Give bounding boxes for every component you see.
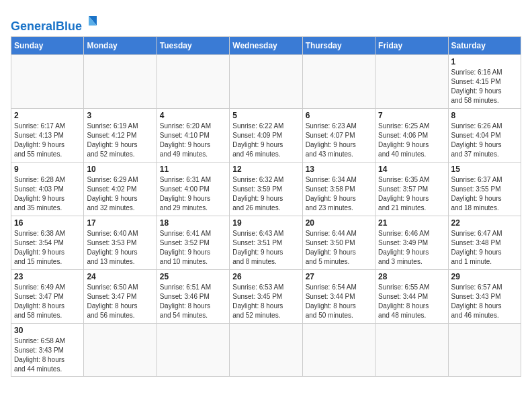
calendar-cell bbox=[302, 324, 375, 377]
day-info: Sunrise: 6:47 AM Sunset: 3:48 PM Dayligh… bbox=[451, 229, 518, 267]
calendar-cell bbox=[84, 324, 157, 377]
calendar-cell: 27Sunrise: 6:54 AM Sunset: 3:44 PM Dayli… bbox=[302, 270, 375, 324]
calendar-cell: 25Sunrise: 6:51 AM Sunset: 3:46 PM Dayli… bbox=[157, 270, 229, 324]
calendar-cell: 7Sunrise: 6:25 AM Sunset: 4:06 PM Daylig… bbox=[375, 109, 448, 163]
calendar-cell: 4Sunrise: 6:20 AM Sunset: 4:10 PM Daylig… bbox=[157, 109, 229, 163]
logo-icon bbox=[83, 13, 98, 28]
calendar-cell: 1Sunrise: 6:16 AM Sunset: 4:15 PM Daylig… bbox=[448, 55, 521, 109]
day-info: Sunrise: 6:19 AM Sunset: 4:12 PM Dayligh… bbox=[87, 122, 153, 159]
day-info: Sunrise: 6:38 AM Sunset: 3:54 PM Dayligh… bbox=[14, 229, 81, 267]
calendar-week-row: 30Sunrise: 6:58 AM Sunset: 3:43 PM Dayli… bbox=[11, 324, 521, 377]
day-number: 2 bbox=[14, 111, 81, 120]
day-info: Sunrise: 6:58 AM Sunset: 3:43 PM Dayligh… bbox=[14, 336, 81, 374]
calendar-header-row: SundayMondayTuesdayWednesdayThursdayFrid… bbox=[11, 37, 521, 55]
calendar-cell: 8Sunrise: 6:26 AM Sunset: 4:04 PM Daylig… bbox=[448, 109, 521, 163]
logo-text: GeneralBlue bbox=[11, 20, 82, 32]
day-info: Sunrise: 6:37 AM Sunset: 3:55 PM Dayligh… bbox=[451, 175, 518, 213]
day-info: Sunrise: 6:40 AM Sunset: 3:53 PM Dayligh… bbox=[87, 229, 153, 267]
day-number: 8 bbox=[451, 111, 518, 120]
day-header-tuesday: Tuesday bbox=[157, 37, 229, 55]
calendar-cell: 15Sunrise: 6:37 AM Sunset: 3:55 PM Dayli… bbox=[448, 163, 521, 216]
day-info: Sunrise: 6:22 AM Sunset: 4:09 PM Dayligh… bbox=[232, 122, 299, 159]
day-number: 15 bbox=[451, 165, 518, 174]
calendar-cell: 13Sunrise: 6:34 AM Sunset: 3:58 PM Dayli… bbox=[302, 163, 375, 216]
day-info: Sunrise: 6:16 AM Sunset: 4:15 PM Dayligh… bbox=[451, 68, 518, 105]
calendar-cell bbox=[157, 324, 229, 377]
day-number: 23 bbox=[14, 272, 81, 281]
day-number: 14 bbox=[378, 165, 445, 174]
day-info: Sunrise: 6:20 AM Sunset: 4:10 PM Dayligh… bbox=[160, 122, 226, 159]
logo: GeneralBlue bbox=[11, 11, 98, 32]
day-info: Sunrise: 6:29 AM Sunset: 4:02 PM Dayligh… bbox=[87, 175, 153, 213]
day-number: 13 bbox=[306, 165, 372, 174]
day-number: 22 bbox=[451, 218, 518, 228]
calendar-week-row: 1Sunrise: 6:16 AM Sunset: 4:15 PM Daylig… bbox=[11, 55, 521, 109]
day-info: Sunrise: 6:23 AM Sunset: 4:07 PM Dayligh… bbox=[306, 122, 372, 159]
logo-blue: Blue bbox=[56, 19, 82, 33]
day-number: 24 bbox=[87, 272, 153, 281]
day-number: 11 bbox=[160, 165, 226, 174]
calendar-week-row: 16Sunrise: 6:38 AM Sunset: 3:54 PM Dayli… bbox=[11, 216, 521, 270]
day-header-monday: Monday bbox=[84, 37, 157, 55]
day-info: Sunrise: 6:49 AM Sunset: 3:47 PM Dayligh… bbox=[14, 283, 81, 320]
day-number: 12 bbox=[232, 165, 299, 174]
day-info: Sunrise: 6:34 AM Sunset: 3:58 PM Dayligh… bbox=[306, 175, 372, 213]
calendar-cell: 21Sunrise: 6:46 AM Sunset: 3:49 PM Dayli… bbox=[375, 216, 448, 270]
day-number: 10 bbox=[87, 165, 153, 174]
day-number: 29 bbox=[451, 272, 518, 281]
day-info: Sunrise: 6:31 AM Sunset: 4:00 PM Dayligh… bbox=[160, 175, 226, 213]
calendar-cell: 24Sunrise: 6:50 AM Sunset: 3:47 PM Dayli… bbox=[84, 270, 157, 324]
day-info: Sunrise: 6:44 AM Sunset: 3:50 PM Dayligh… bbox=[306, 229, 372, 267]
day-info: Sunrise: 6:17 AM Sunset: 4:13 PM Dayligh… bbox=[14, 122, 81, 159]
calendar-week-row: 9Sunrise: 6:28 AM Sunset: 4:03 PM Daylig… bbox=[11, 163, 521, 216]
day-info: Sunrise: 6:50 AM Sunset: 3:47 PM Dayligh… bbox=[87, 283, 153, 320]
day-number: 30 bbox=[14, 326, 81, 335]
day-header-thursday: Thursday bbox=[302, 37, 375, 55]
calendar-cell: 28Sunrise: 6:55 AM Sunset: 3:44 PM Dayli… bbox=[375, 270, 448, 324]
day-info: Sunrise: 6:28 AM Sunset: 4:03 PM Dayligh… bbox=[14, 175, 81, 213]
day-number: 27 bbox=[306, 272, 372, 281]
day-number: 1 bbox=[451, 57, 518, 66]
day-info: Sunrise: 6:35 AM Sunset: 3:57 PM Dayligh… bbox=[378, 175, 445, 213]
logo-general: General bbox=[11, 19, 56, 33]
day-info: Sunrise: 6:46 AM Sunset: 3:49 PM Dayligh… bbox=[378, 229, 445, 267]
calendar-week-row: 23Sunrise: 6:49 AM Sunset: 3:47 PM Dayli… bbox=[11, 270, 521, 324]
calendar-cell: 10Sunrise: 6:29 AM Sunset: 4:02 PM Dayli… bbox=[84, 163, 157, 216]
calendar-cell: 3Sunrise: 6:19 AM Sunset: 4:12 PM Daylig… bbox=[84, 109, 157, 163]
day-number: 25 bbox=[160, 272, 226, 281]
day-info: Sunrise: 6:41 AM Sunset: 3:52 PM Dayligh… bbox=[160, 229, 226, 267]
calendar-cell bbox=[448, 324, 521, 377]
day-header-sunday: Sunday bbox=[11, 37, 84, 55]
day-info: Sunrise: 6:32 AM Sunset: 3:59 PM Dayligh… bbox=[232, 175, 299, 213]
calendar-cell bbox=[157, 55, 229, 109]
calendar-cell: 29Sunrise: 6:57 AM Sunset: 3:43 PM Dayli… bbox=[448, 270, 521, 324]
calendar-cell bbox=[84, 55, 157, 109]
calendar-cell: 6Sunrise: 6:23 AM Sunset: 4:07 PM Daylig… bbox=[302, 109, 375, 163]
day-number: 4 bbox=[160, 111, 226, 120]
day-info: Sunrise: 6:54 AM Sunset: 3:44 PM Dayligh… bbox=[306, 283, 372, 320]
day-info: Sunrise: 6:55 AM Sunset: 3:44 PM Dayligh… bbox=[378, 283, 445, 320]
day-number: 16 bbox=[14, 218, 81, 228]
calendar-cell: 2Sunrise: 6:17 AM Sunset: 4:13 PM Daylig… bbox=[11, 109, 84, 163]
calendar-cell: 16Sunrise: 6:38 AM Sunset: 3:54 PM Dayli… bbox=[11, 216, 84, 270]
calendar-cell: 19Sunrise: 6:43 AM Sunset: 3:51 PM Dayli… bbox=[230, 216, 302, 270]
calendar-cell: 20Sunrise: 6:44 AM Sunset: 3:50 PM Dayli… bbox=[302, 216, 375, 270]
calendar-cell: 14Sunrise: 6:35 AM Sunset: 3:57 PM Dayli… bbox=[375, 163, 448, 216]
calendar-cell bbox=[375, 324, 448, 377]
day-number: 9 bbox=[14, 165, 81, 174]
day-info: Sunrise: 6:51 AM Sunset: 3:46 PM Dayligh… bbox=[160, 283, 226, 320]
day-number: 20 bbox=[306, 218, 372, 228]
calendar-cell: 17Sunrise: 6:40 AM Sunset: 3:53 PM Dayli… bbox=[84, 216, 157, 270]
day-header-wednesday: Wednesday bbox=[230, 37, 302, 55]
calendar-table: SundayMondayTuesdayWednesdayThursdayFrid… bbox=[11, 36, 521, 377]
day-info: Sunrise: 6:25 AM Sunset: 4:06 PM Dayligh… bbox=[378, 122, 445, 159]
day-info: Sunrise: 6:43 AM Sunset: 3:51 PM Dayligh… bbox=[232, 229, 299, 267]
day-header-friday: Friday bbox=[375, 37, 448, 55]
calendar-cell: 26Sunrise: 6:53 AM Sunset: 3:45 PM Dayli… bbox=[230, 270, 302, 324]
day-info: Sunrise: 6:57 AM Sunset: 3:43 PM Dayligh… bbox=[451, 283, 518, 320]
day-number: 6 bbox=[306, 111, 372, 120]
calendar-cell: 18Sunrise: 6:41 AM Sunset: 3:52 PM Dayli… bbox=[157, 216, 229, 270]
day-info: Sunrise: 6:53 AM Sunset: 3:45 PM Dayligh… bbox=[232, 283, 299, 320]
calendar-cell bbox=[375, 55, 448, 109]
calendar-cell bbox=[11, 55, 84, 109]
